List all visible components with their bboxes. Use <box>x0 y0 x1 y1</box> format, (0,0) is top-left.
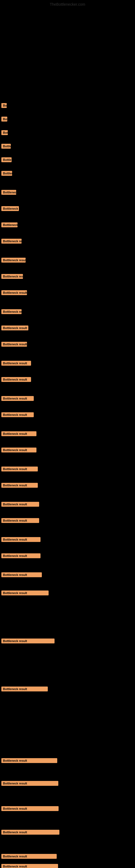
bottleneck-result-label-14: Bottleneck result <box>1 309 21 314</box>
bottleneck-result-label-6: Bottleneck result <box>1 171 12 176</box>
bottleneck-result-label-34: Bottleneck result <box>1 781 58 786</box>
bottleneck-result-label-11: Bottleneck result <box>1 258 26 262</box>
bottleneck-result-label-2: Bottleneck result <box>1 117 7 122</box>
bottleneck-result-label-31: Bottleneck result <box>1 639 54 643</box>
bottleneck-result-label-26: Bottleneck result <box>1 518 39 523</box>
bottleneck-result-label-17: Bottleneck result <box>1 361 31 366</box>
bottleneck-result-label-22: Bottleneck result <box>1 447 37 453</box>
bottleneck-result-label-28: Bottleneck result <box>1 553 41 558</box>
bottleneck-result-label-30: Bottleneck result <box>1 590 49 595</box>
bottleneck-result-label-32: Bottleneck result <box>1 686 48 691</box>
bottleneck-result-label-9: Bottleneck result <box>1 222 17 227</box>
bottleneck-result-label-20: Bottleneck result <box>1 412 34 417</box>
bottleneck-result-label-8: Bottleneck result <box>1 206 19 211</box>
bottleneck-result-label-37: Bottleneck result <box>1 854 57 859</box>
bottleneck-result-label-3: Bottleneck result <box>1 130 8 135</box>
site-title: TheBottlenecker.com <box>50 2 85 6</box>
bottleneck-result-label-21: Bottleneck result <box>1 431 37 436</box>
bottleneck-result-label-33: Bottleneck result <box>1 758 57 763</box>
bottleneck-result-label-35: Bottleneck result <box>1 806 58 811</box>
bottleneck-result-label-5: Bottleneck result <box>1 157 12 162</box>
bottleneck-result-label-24: Bottleneck result <box>1 483 38 488</box>
bottleneck-result-label-23: Bottleneck result <box>1 467 38 471</box>
bottleneck-result-label-19: Bottleneck result <box>1 396 34 401</box>
bottleneck-result-label-15: Bottleneck result <box>1 326 28 330</box>
bottleneck-result-label-25: Bottleneck result <box>1 502 39 507</box>
bottleneck-result-label-29: Bottleneck result <box>1 572 42 577</box>
bottleneck-result-label-10: Bottleneck result <box>1 239 21 244</box>
bottleneck-result-label-13: Bottleneck result <box>1 290 27 295</box>
bottleneck-result-label-18: Bottleneck result <box>1 377 31 382</box>
bottleneck-result-label-12: Bottleneck result <box>1 274 23 279</box>
bottleneck-result-label-36: Bottleneck result <box>1 830 59 835</box>
bottleneck-result-label-38: Bottleneck result <box>1 864 58 868</box>
bottleneck-result-label-16: Bottleneck result <box>1 342 27 347</box>
bottleneck-result-label-4: Bottleneck result <box>1 144 11 149</box>
bottleneck-result-label-1: Bottleneck result <box>1 103 7 108</box>
bottleneck-result-label-7: Bottleneck result <box>1 190 16 195</box>
bottleneck-result-label-27: Bottleneck result <box>1 537 41 542</box>
